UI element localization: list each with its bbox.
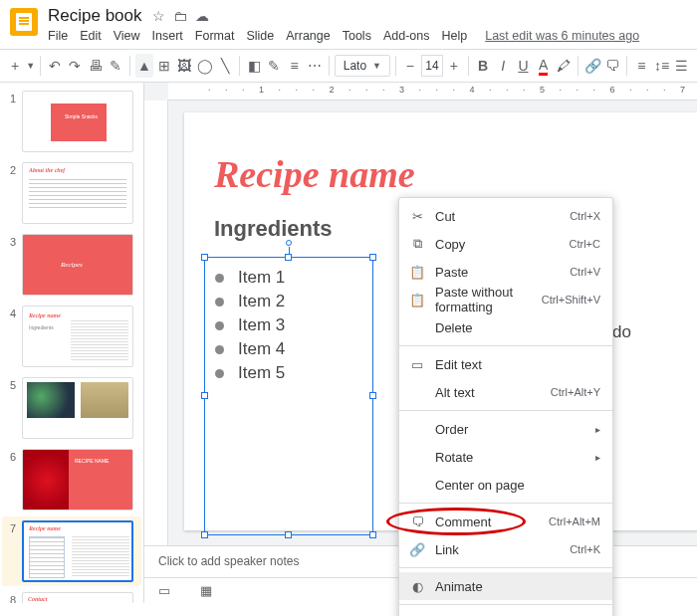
resize-handle[interactable] [201,392,208,399]
link-button[interactable]: 🔗 [583,54,601,78]
filmstrip-view-icon[interactable]: ▭ [158,583,170,598]
resize-handle[interactable] [369,531,376,538]
grid-view-icon[interactable]: ▦ [200,583,212,598]
fill-color-button[interactable]: ◧ [245,54,263,78]
slide-thumb-2[interactable]: About the chef [22,162,133,224]
ruler-horizontal [168,83,697,101]
resize-handle[interactable] [285,531,292,538]
menu-format[interactable]: Format [195,29,235,43]
ctx-link[interactable]: 🔗LinkCtrl+K [399,535,612,563]
paste-icon: 📋 [409,265,425,280]
menu-arrange[interactable]: Arrange [286,29,330,43]
border-dash-button[interactable]: ⋯ [306,54,324,78]
star-icon[interactable]: ☆ [152,8,165,24]
slide-thumb-7[interactable]: Recipe name [22,520,133,582]
undo-button[interactable]: ↶ [46,54,64,78]
selected-textbox[interactable]: Item 1 Item 2 Item 3 Item 4 Item 5 [204,257,373,535]
move-icon[interactable]: 🗀 [173,8,187,24]
font-size-plus[interactable]: + [445,54,463,78]
resize-handle[interactable] [369,254,376,261]
menu-help[interactable]: Help [441,29,467,43]
bullet-icon [215,321,224,330]
animate-icon: ◐ [409,579,425,594]
spacing-button[interactable]: ↕≡ [652,54,670,78]
edit-text-icon: ▭ [409,357,425,372]
highlight-button[interactable]: 🖍 [555,54,573,78]
last-edit-status[interactable]: Last edit was 6 minutes ago [485,29,639,43]
menu-tools[interactable]: Tools [343,29,371,43]
ctx-copy[interactable]: ⧉CopyCtrl+C [399,230,612,258]
border-weight-button[interactable]: ≡ [285,54,303,78]
ctx-paste-plain[interactable]: 📋Paste without formattingCtrl+Shift+V [399,286,612,313]
submenu-arrow-icon: ▸ [595,424,600,435]
ctx-comment[interactable]: 🗨CommentCtrl+Alt+M [399,508,612,535]
border-color-button[interactable]: ✎ [265,54,283,78]
text-color-button[interactable]: A [535,54,553,78]
shape-tool[interactable]: ◯ [196,54,214,78]
select-tool[interactable]: ▲ [135,54,153,78]
font-size-minus[interactable]: − [401,54,419,78]
resize-handle[interactable] [201,254,208,261]
line-tool[interactable]: ╲ [216,54,234,78]
underline-button[interactable]: U [514,54,532,78]
document-title[interactable]: Recipe book [48,6,142,26]
rotate-handle[interactable] [286,240,292,246]
ctx-order[interactable]: Order▸ [399,415,612,443]
ruler-vertical [144,101,168,603]
resize-handle[interactable] [369,392,376,399]
print-button[interactable]: 🖶 [86,54,104,78]
menu-addons[interactable]: Add-ons [383,29,430,43]
menu-view[interactable]: View [114,29,140,43]
paint-format-button[interactable]: ✎ [107,54,124,78]
list-item[interactable]: Item 2 [215,292,362,311]
list-button[interactable]: ☰ [673,54,691,78]
menubar: File Edit View Insert Format Slide Arran… [48,29,639,43]
resize-handle[interactable] [285,254,292,261]
ctx-center[interactable]: Center on page [399,471,612,499]
menu-insert[interactable]: Insert [152,29,183,43]
slides-logo[interactable] [10,8,38,36]
list-item[interactable]: Item 1 [215,268,362,288]
textbox-tool[interactable]: ⊞ [155,54,173,78]
list-item[interactable]: Item 3 [215,315,362,335]
bullet-icon [215,369,224,378]
ctx-cut[interactable]: ✂CutCtrl+X [399,202,612,230]
redo-button[interactable]: ↷ [66,54,84,78]
context-menu: ✂CutCtrl+X ⧉CopyCtrl+C 📋PasteCtrl+V 📋Pas… [398,197,613,616]
menu-slide[interactable]: Slide [246,29,274,43]
thumbnail-panel[interactable]: 1Simple Snacks 2About the chef 3Recipes … [0,83,144,603]
font-size-input[interactable]: 14 [421,55,443,77]
ctx-rotate[interactable]: Rotate▸ [399,443,612,471]
italic-button[interactable]: I [494,54,512,78]
slide-thumb-3[interactable]: Recipes [22,234,133,296]
image-tool[interactable]: 🖼 [175,54,193,78]
slide-title[interactable]: Recipe name [214,152,697,196]
slide-thumb-1[interactable]: Simple Snacks [22,91,133,152]
cloud-icon[interactable]: ☁ [195,8,209,24]
ctx-alt-text[interactable]: Alt textCtrl+Alt+Y [399,378,612,406]
ctx-text-fitting[interactable]: Text fitting [399,609,612,616]
slide-thumb-6[interactable]: RECIPE NAME [22,449,133,511]
slide-thumb-8[interactable]: Contact [22,592,133,603]
list-item[interactable]: Item 5 [215,363,362,383]
new-slide-button[interactable]: + [6,54,24,78]
submenu-arrow-icon: ▸ [595,452,600,463]
ctx-animate[interactable]: ◐Animate [399,572,612,600]
menu-file[interactable]: File [48,29,68,43]
paste-icon: 📋 [409,293,425,308]
comment-button[interactable]: 🗨 [603,54,621,78]
bullet-icon [215,298,224,307]
bold-button[interactable]: B [474,54,492,78]
ctx-edit-text[interactable]: ▭Edit text [399,350,612,378]
cut-icon: ✂ [409,209,425,224]
ctx-paste[interactable]: 📋PasteCtrl+V [399,258,612,286]
menu-edit[interactable]: Edit [80,29,102,43]
font-selector[interactable]: Lato▼ [335,55,390,77]
resize-handle[interactable] [201,531,208,538]
copy-icon: ⧉ [409,236,425,252]
align-button[interactable]: ≡ [632,54,650,78]
list-item[interactable]: Item 4 [215,339,362,359]
ctx-delete[interactable]: Delete [399,313,612,341]
slide-thumb-5[interactable] [22,377,133,439]
slide-thumb-4[interactable]: Recipe nameIngredients [22,306,133,367]
